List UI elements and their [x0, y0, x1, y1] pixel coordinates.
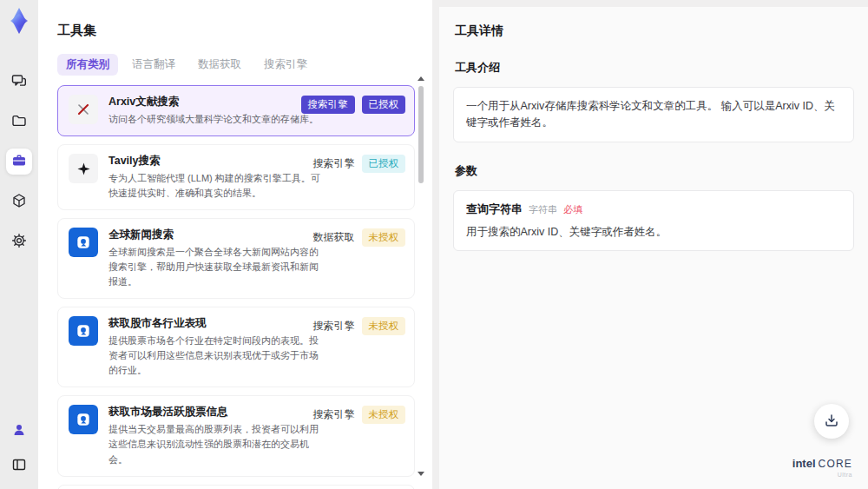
detail-title: 工具详情 [455, 23, 854, 39]
tool-tags: 搜索引擎 未授权 [313, 406, 406, 424]
sidebar-item-toolbox[interactable] [6, 149, 32, 175]
tool-card-global-news[interactable]: 全球新闻搜索 全球新闻搜索是一个聚合全球各大新闻网站内容的搜索引擎，帮助用户快速… [57, 218, 415, 299]
parameter-name: 查询字符串 [466, 202, 523, 217]
status-badge: 未授权 [362, 406, 406, 424]
toolbox-icon [11, 153, 27, 171]
tool-desc: 提供股票市场各个行业在特定时间段内的表现。投资者可以利用这些信息来识别表现优于或… [108, 334, 322, 378]
parameter-type: 字符串 [529, 203, 557, 216]
parameter-header: 查询字符串 字符串 必填 [466, 202, 841, 217]
category-tabs: 所有类别 语言翻译 数据获取 搜索引擎 [57, 54, 411, 76]
status-badge: 未授权 [362, 228, 406, 247]
brand-intel: intel [792, 457, 816, 470]
page-title: 工具集 [57, 23, 411, 39]
tab-search-engine[interactable]: 搜索引擎 [255, 54, 316, 76]
tavily-star-logo-icon [69, 154, 98, 183]
tool-desc: 专为人工智能代理 (LLM) 构建的搜索引擎工具。可快速提供实时、准确和真实的结… [108, 171, 322, 201]
tool-tags: 搜索引擎 未授权 [313, 317, 406, 335]
sidebar-item-settings[interactable] [6, 228, 32, 254]
tool-card-arxiv[interactable]: Arxiv文献搜索 访问各个研究领域大量科学论文和文章的存储库。 搜索引擎 已授… [57, 85, 415, 136]
cube-icon [11, 193, 27, 211]
download-icon [824, 413, 839, 431]
sidebar-nav [6, 69, 32, 254]
app-window: 工具集 所有类别 语言翻译 数据获取 搜索引擎 Arxiv文献搜索 访问各个研究… [0, 0, 868, 489]
parameter-card: 查询字符串 字符串 必填 用于搜索的Arxiv ID、关键字或作者姓名。 [453, 190, 854, 251]
tab-language-translation[interactable]: 语言翻译 [123, 54, 184, 76]
tool-desc: 提供当天交易量最高的股票列表，投资者可以利用这些信息来识别流动性强的股票和潜在的… [108, 422, 322, 466]
tool-desc: 访问各个研究领域大量科学论文和文章的存储库。 [108, 112, 322, 127]
app-logo[interactable] [6, 6, 32, 36]
tool-tags: 搜索引擎 已授权 [313, 155, 406, 173]
tool-tags: 搜索引擎 已授权 [301, 96, 406, 114]
download-button[interactable] [814, 404, 849, 439]
tool-card-tavily[interactable]: Tavily搜索 专为人工智能代理 (LLM) 构建的搜索引擎工具。可快速提供实… [57, 144, 415, 210]
stock-logo-icon [69, 316, 98, 346]
tool-list: Arxiv文献搜索 访问各个研究领域大量科学论文和文章的存储库。 搜索引擎 已授… [57, 85, 415, 489]
tab-data-fetch[interactable]: 数据获取 [189, 54, 250, 76]
gear-icon [11, 233, 27, 251]
sidebar-item-profile[interactable] [6, 418, 32, 444]
sidebar-item-panel-toggle[interactable] [6, 453, 32, 479]
category-label: 搜索引擎 [313, 156, 355, 171]
status-badge: 已授权 [362, 96, 406, 114]
intro-heading: 工具介绍 [455, 60, 854, 76]
category-badge: 搜索引擎 [301, 96, 355, 114]
parameter-required-badge: 必填 [563, 203, 582, 216]
tool-name: 获取股市各行业表现 [108, 316, 322, 331]
brand-sub: Ultra [792, 472, 852, 478]
tool-card-sector-performance[interactable]: 获取股市各行业表现 提供股票市场各个行业在特定时间段内的表现。投资者可以利用这些… [57, 307, 415, 387]
status-badge: 已授权 [362, 155, 406, 173]
tool-card-regional-news[interactable]: 万维地区新闻查询 查询具体行政区划内的新闻，快速了解各地新闻动 搜索引擎 未授权 [57, 485, 415, 489]
tab-all-categories[interactable]: 所有类别 [57, 54, 118, 76]
chat-icon [11, 73, 27, 91]
stock-logo-icon [69, 405, 98, 434]
status-badge: 未授权 [362, 317, 406, 335]
news-logo-icon [69, 228, 98, 257]
tool-tags: 数据获取 未授权 [313, 228, 406, 247]
scroll-down-arrow[interactable] [418, 472, 424, 476]
tool-name: 全球新闻搜索 [108, 228, 322, 242]
scrollbar-thumb[interactable] [418, 86, 424, 183]
category-label: 数据获取 [313, 230, 355, 245]
tool-name: Tavily搜索 [108, 154, 322, 169]
tool-card-active-stocks[interactable]: 获取市场最活跃股票信息 提供当天交易量最高的股票列表，投资者可以利用这些信息来识… [57, 395, 415, 476]
tools-panel: 工具集 所有类别 语言翻译 数据获取 搜索引擎 Arxiv文献搜索 访问各个研究… [38, 0, 432, 489]
scroll-up-arrow[interactable] [418, 76, 424, 81]
tool-name: 获取市场最活跃股票信息 [108, 405, 322, 420]
arxiv-logo-icon [69, 95, 98, 124]
tool-detail-panel: 工具详情 工具介绍 一个用于从Arxiv存储库搜索科学论文和文章的工具。 输入可… [439, 7, 868, 489]
category-label: 搜索引擎 [313, 319, 355, 334]
sidebar-item-chat[interactable] [6, 69, 32, 95]
sidebar-bottom [6, 418, 32, 479]
category-label: 搜索引擎 [313, 407, 355, 422]
folder-icon [11, 113, 27, 131]
params-heading: 参数 [455, 163, 854, 179]
tool-name: Arxiv文献搜索 [108, 95, 322, 109]
panel-toggle-icon [11, 457, 27, 475]
gem-logo-icon [7, 7, 31, 35]
intel-core-logo: intelCORE Ultra [792, 456, 852, 478]
list-scrollbar[interactable] [418, 76, 425, 476]
sidebar-item-packages[interactable] [6, 188, 32, 215]
parameter-desc: 用于搜索的Arxiv ID、关键字或作者姓名。 [466, 225, 841, 240]
sidebar-item-files[interactable] [6, 109, 32, 135]
intro-text: 一个用于从Arxiv存储库搜索科学论文和文章的工具。 输入可以是Arxiv ID… [466, 98, 841, 131]
tool-desc: 全球新闻搜索是一个聚合全球各大新闻网站内容的搜索引擎，帮助用户快速获取全球最新资… [108, 245, 322, 289]
brand-core: CORE [819, 458, 852, 470]
person-icon [11, 422, 27, 440]
sidebar [0, 0, 38, 489]
intro-card: 一个用于从Arxiv存储库搜索科学论文和文章的工具。 输入可以是Arxiv ID… [453, 87, 854, 142]
